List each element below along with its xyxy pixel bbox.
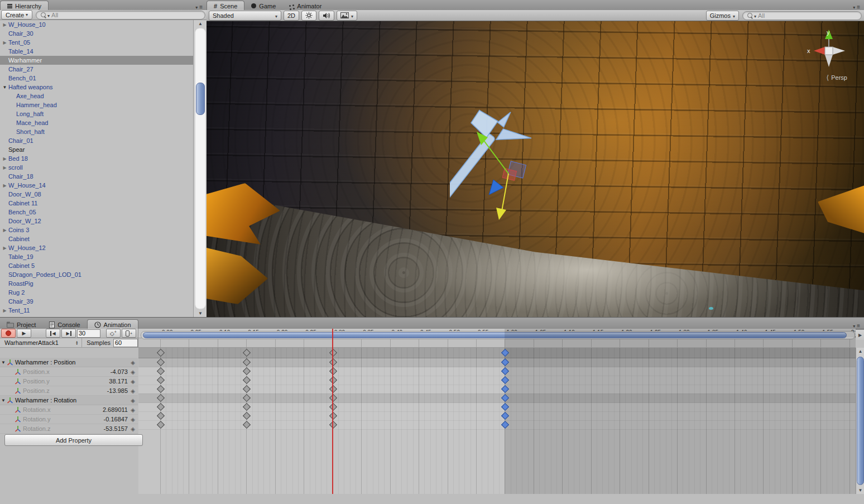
hierarchy-item[interactable]: Chair_39 (0, 297, 193, 306)
disclosure-triangle-icon[interactable]: ▼ (1, 85, 8, 90)
hierarchy-item[interactable]: Chair_18 (0, 172, 193, 181)
keyframe-diamond[interactable] (329, 367, 337, 375)
keyframe-toggle-icon[interactable]: ◈ (128, 416, 138, 423)
property-value[interactable]: -53.5157 (104, 425, 128, 432)
lighting-toggle-button[interactable] (301, 11, 316, 21)
toggle-2d-button[interactable]: 2D (284, 11, 299, 21)
scroll-up-icon[interactable]: ▲ (856, 349, 864, 354)
scene-search-input[interactable]: All (742, 11, 862, 20)
panel-menu[interactable] (195, 4, 207, 10)
hierarchy-item[interactable]: Cabinet (0, 234, 193, 243)
dropdown-caret-icon[interactable] (853, 323, 856, 329)
hierarchy-item[interactable]: Rug 2 (0, 288, 193, 297)
hierarchy-item[interactable]: ▶W_House_12 (0, 243, 193, 252)
panel-menu[interactable] (853, 323, 864, 329)
hamburger-menu-icon[interactable] (199, 4, 203, 10)
keyframe-toggle-icon[interactable]: ◈ (128, 378, 138, 385)
keyframe-diamond[interactable] (243, 358, 251, 366)
property-row[interactable]: ▼Warhammer : Position◈ (0, 358, 138, 367)
keyframe-diamond[interactable] (157, 421, 165, 429)
render-mode-dropdown[interactable]: Shaded (209, 11, 281, 21)
keyframe-diamond[interactable] (157, 358, 165, 366)
hierarchy-item[interactable]: Table_14 (0, 47, 193, 56)
add-event-button[interactable]: + (122, 329, 136, 338)
hierarchy-item[interactable]: ▶W_House_14 (0, 181, 193, 190)
hierarchy-item[interactable]: ▶Tent_11 (0, 306, 193, 315)
tab-project[interactable]: Project (0, 320, 42, 329)
gizmo-center-cube[interactable] (825, 47, 833, 55)
property-value[interactable]: -0.16847 (104, 416, 128, 423)
disclosure-triangle-icon[interactable]: ▶ (1, 228, 8, 233)
disclosure-triangle-icon[interactable]: ▶ (1, 22, 8, 27)
tab-scene[interactable]: # Scene (207, 1, 244, 11)
down-axis-cone[interactable] (825, 55, 833, 67)
scrollbar-track[interactable] (195, 28, 206, 309)
hierarchy-item[interactable]: ▶scroll (0, 163, 193, 172)
keyframe-diamond[interactable] (329, 421, 337, 429)
property-row[interactable]: Position.y38.171◈ (0, 377, 138, 386)
keyframe-diamond[interactable] (157, 376, 165, 384)
audio-toggle-button[interactable] (319, 11, 334, 21)
projection-mode-label[interactable]: ⟨ Persp (827, 74, 847, 81)
hierarchy-item[interactable]: Chair_01 (0, 136, 193, 145)
current-frame-input[interactable] (77, 329, 100, 338)
scroll-down-icon[interactable]: ▼ (856, 488, 864, 493)
hierarchy-item[interactable]: Cabinet 11 (0, 199, 193, 208)
keyframe-diamond[interactable] (329, 412, 337, 420)
property-value[interactable]: -4.073 (111, 368, 128, 375)
property-row[interactable]: Rotation.z-53.5157◈ (0, 424, 138, 434)
tab-animator[interactable]: Animator (282, 1, 328, 11)
hierarchy-item[interactable]: Warhammer (0, 56, 193, 65)
hierarchy-item[interactable]: Hammer_head (0, 100, 193, 109)
keyframe-toggle-icon[interactable]: ◈ (128, 388, 138, 394)
property-row[interactable]: ▼Warhammer : Rotation◈ (0, 396, 138, 405)
dopesheet[interactable] (138, 348, 856, 494)
keyframe-diamond[interactable] (243, 421, 251, 429)
tab-console[interactable]: Console (42, 320, 87, 329)
disclosure-triangle-icon[interactable]: ▼ (0, 360, 7, 365)
hierarchy-item[interactable]: Door_W_08 (0, 190, 193, 199)
effects-caret-icon[interactable] (351, 12, 353, 19)
disclosure-triangle-icon[interactable]: ▼ (0, 398, 7, 403)
orientation-gizmo[interactable]: y x (803, 28, 856, 77)
gizmos-dropdown[interactable]: Gizmos (706, 11, 739, 21)
keyframe-toggle-icon[interactable]: ◈ (128, 359, 138, 366)
property-row[interactable]: Position.x-4.073◈ (0, 367, 138, 377)
scroll-up-icon[interactable]: ▲ (194, 21, 207, 26)
hierarchy-item[interactable]: ▶Tent_05 (0, 38, 193, 47)
keyframe-diamond[interactable] (157, 403, 165, 411)
hierarchy-item[interactable]: Chair_27 (0, 65, 193, 74)
keyframe-diamond[interactable] (329, 394, 337, 402)
scrollbar-thumb[interactable] (196, 83, 205, 115)
next-key-button[interactable]: ▶ (61, 329, 76, 338)
keyframe-diamond[interactable] (329, 385, 337, 393)
create-button[interactable]: Create (1, 10, 32, 20)
keyframe-diamond[interactable] (243, 385, 251, 393)
hierarchy-item[interactable]: Spear (0, 145, 193, 154)
keyframe-diamond[interactable] (157, 367, 165, 375)
property-row[interactable]: Position.z-13.985◈ (0, 386, 138, 396)
tab-animation[interactable]: Animation (87, 319, 138, 329)
hierarchy-item[interactable]: Axe_head (0, 92, 193, 100)
hierarchy-item[interactable]: ▶W_House_10 (0, 20, 193, 29)
panel-menu[interactable] (853, 4, 864, 10)
keyframe-diamond[interactable] (157, 394, 165, 402)
keyframe-diamond[interactable] (243, 412, 251, 420)
clip-dropdown[interactable]: WarhammerAttack1 ▲▼ (0, 338, 82, 347)
property-row[interactable]: Rotation.y-0.16847◈ (0, 415, 138, 424)
hierarchy-scrollbar[interactable]: ▲ ▼ (193, 20, 207, 317)
add-property-button[interactable]: Add Property (4, 434, 143, 446)
tab-hierarchy[interactable]: Hierarchy (0, 1, 49, 11)
hierarchy-search-input[interactable]: All (36, 11, 205, 20)
scroll-right-icon[interactable]: ▶ (856, 333, 864, 338)
hierarchy-item[interactable]: Bench_01 (0, 74, 193, 83)
keyframe-diamond[interactable] (329, 403, 337, 411)
disclosure-triangle-icon[interactable]: ▶ (1, 183, 8, 188)
property-value[interactable]: -13.985 (107, 387, 128, 394)
keyframe-diamond[interactable] (157, 349, 165, 357)
property-value[interactable]: 2.689011 (103, 406, 128, 413)
hamburger-menu-icon[interactable] (857, 4, 861, 10)
dropdown-caret-icon[interactable] (195, 4, 198, 10)
keyframe-diamond[interactable] (243, 394, 251, 402)
effects-toggle-button[interactable] (337, 11, 357, 21)
